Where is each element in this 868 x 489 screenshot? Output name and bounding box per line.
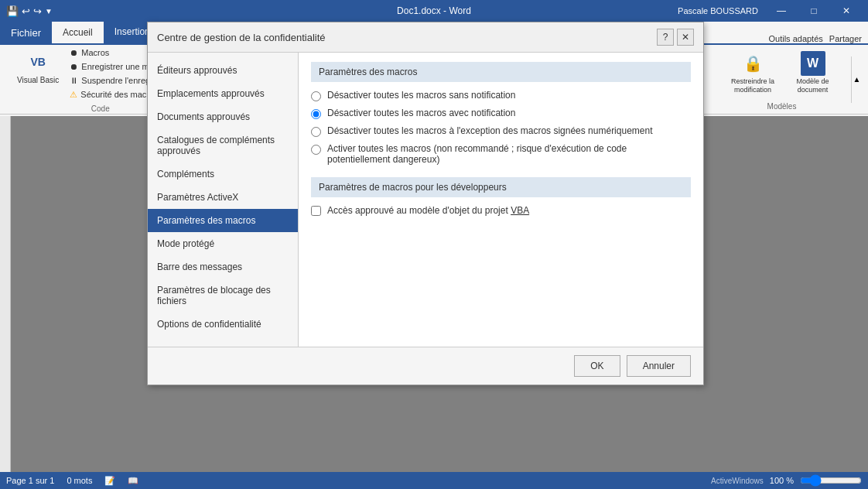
dialog-nav: Éditeurs approuvés Emplacements approuvé… — [148, 53, 299, 347]
restreindre-button[interactable]: 🔒 Restreindre la modification — [725, 48, 781, 97]
radio-disable-no-notif[interactable] — [311, 91, 321, 101]
word-count: 0 mots — [67, 476, 92, 485]
nav-catalogues[interactable]: Catalogues de compléments approuvés — [148, 128, 298, 162]
macros-icon: ⏺ — [70, 48, 78, 57]
outils-adaptes-label: Outils adaptés — [768, 34, 822, 43]
nav-mode-protege[interactable]: Mode protégé — [148, 232, 298, 255]
radio-item-3: Désactiver toutes les macros à l'excepti… — [311, 125, 691, 137]
title-bar: 💾 ↩ ↪ ▼ Doc1.docx - Word Pascale BOUSSAR… — [0, 0, 868, 22]
redo-icon[interactable]: ↪ — [33, 5, 42, 17]
radio-item-1: Désactiver toutes les macros sans notifi… — [311, 90, 691, 101]
ok-button[interactable]: OK — [574, 355, 620, 377]
tab-fichier[interactable]: Fichier — [0, 22, 52, 43]
user-name: Pascale BOUSSARD — [678, 6, 758, 15]
dialog-footer: OK Annuler — [148, 347, 703, 385]
minimize-button[interactable]: — — [766, 0, 797, 22]
nav-editeurs[interactable]: Éditeurs approuvés — [148, 59, 298, 82]
radio-item-2: Désactiver toutes les macros avec notifi… — [311, 108, 691, 119]
nav-parametres-macros[interactable]: Paramètres des macros — [148, 209, 298, 232]
nav-blocage-fichiers[interactable]: Paramètres de blocage des fichiers — [148, 279, 298, 313]
dialog-body: Éditeurs approuvés Emplacements approuvé… — [148, 53, 703, 347]
active-windows-text: ActiveWindows — [711, 477, 764, 485]
pause-icon: ⏸ — [70, 76, 78, 85]
nav-activex[interactable]: Paramètres ActiveX — [148, 186, 298, 209]
tab-accueil[interactable]: Accueil — [52, 22, 104, 43]
collapse-ribbon-icon[interactable]: ▲ — [853, 75, 861, 84]
nav-confidentialite[interactable]: Options de confidentialité — [148, 313, 298, 336]
dialog-close-button[interactable]: ✕ — [677, 29, 694, 46]
developer-section: Paramètres de macros pour les développeu… — [311, 177, 691, 216]
radio-disable-except-signed[interactable] — [311, 127, 321, 137]
dialog-titlebar: Centre de gestion de la confidentialité … — [148, 22, 703, 53]
radio-item-4: Activer toutes les macros (non recommand… — [311, 143, 691, 165]
dropdown-icon[interactable]: ▼ — [45, 7, 53, 15]
radio-enable-all[interactable] — [311, 145, 321, 155]
maximize-button[interactable]: □ — [798, 0, 829, 22]
record-icon: ⏺ — [70, 62, 78, 71]
macros-section-header: Paramètres des macros — [311, 62, 691, 82]
title-text: Doc1.docx - Word — [397, 5, 471, 16]
dialog-help-button[interactable]: ? — [657, 29, 674, 46]
nav-complements[interactable]: Compléments — [148, 162, 298, 186]
dev-section-header: Paramètres de macros pour les développeu… — [311, 177, 691, 197]
modele-document-button[interactable]: W Modèle de document — [787, 48, 839, 97]
modeles-label: Modèles — [767, 102, 797, 111]
trust-center-dialog: Centre de gestion de la confidentialité … — [147, 22, 704, 385]
visual-basic-icon: VB — [26, 50, 50, 74]
nav-emplacements[interactable]: Emplacements approuvés — [148, 82, 298, 105]
status-left: Page 1 sur 1 0 mots 📝 📖 — [6, 476, 138, 486]
dialog-title: Centre de gestion de la confidentialité — [157, 32, 326, 43]
nav-barre-messages[interactable]: Barre des messages — [148, 255, 298, 279]
spell-icon[interactable]: 📖 — [128, 476, 138, 486]
vba-checkbox-item: Accès approuvé au modèle d'objet du proj… — [311, 205, 691, 216]
code-group-label: Code — [91, 104, 110, 113]
vba-checkbox[interactable] — [311, 206, 321, 216]
dialog-content-area: Paramètres des macros Désactiver toutes … — [299, 53, 703, 347]
word-doc-icon: W — [801, 51, 825, 76]
dialog-title-buttons: ? ✕ — [657, 29, 694, 46]
title-bar-right: Pascale BOUSSARD — □ ✕ — [678, 0, 862, 22]
zoom-level: 100 % — [770, 476, 794, 485]
security-icon: ⚠ — [70, 90, 77, 100]
status-bar: Page 1 sur 1 0 mots 📝 📖 ActiveWindows 10… — [0, 472, 868, 489]
save-icon[interactable]: 💾 — [6, 5, 19, 17]
lock-icon: 🔒 — [740, 51, 765, 76]
title-bar-left: 💾 ↩ ↪ ▼ — [6, 5, 53, 17]
radio-disable-with-notif[interactable] — [311, 109, 321, 119]
partager-button[interactable]: Partager — [829, 34, 862, 43]
macro-radio-group: Désactiver toutes les macros sans notifi… — [311, 90, 691, 165]
visual-basic-button[interactable]: VB Visual Basic — [12, 46, 63, 101]
vba-link[interactable]: VBA — [511, 205, 529, 216]
window-close-button[interactable]: ✕ — [831, 0, 862, 22]
vertical-ruler — [0, 116, 11, 472]
page-info: Page 1 sur 1 — [6, 476, 54, 485]
language-icon[interactable]: 📝 — [104, 476, 115, 486]
status-right: ActiveWindows 100 % — [711, 476, 862, 485]
cancel-button[interactable]: Annuler — [627, 355, 691, 377]
undo-icon[interactable]: ↩ — [22, 5, 30, 17]
zoom-slider[interactable] — [800, 477, 862, 484]
nav-documents[interactable]: Documents approuvés — [148, 105, 298, 128]
